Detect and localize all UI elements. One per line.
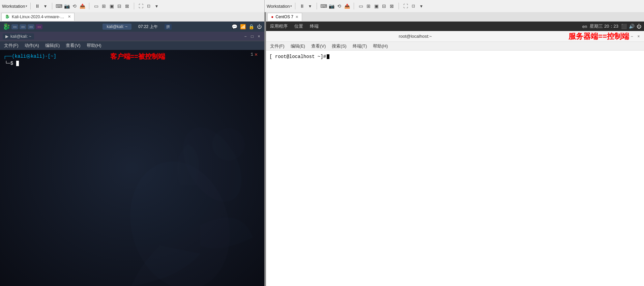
left-snapshot-btn[interactable]: 📷 (63, 2, 70, 10)
centos-lang-indicator[interactable]: en (582, 24, 587, 29)
centos-volume-icon[interactable]: 🔊 (629, 24, 635, 29)
left-view2-btn[interactable]: ⊞ (100, 2, 108, 10)
kali-dragon-icon[interactable]: 🐉 (3, 23, 10, 30)
right-unity-btn[interactable]: ⊡ (410, 2, 417, 10)
kali-tab-close[interactable]: ✕ (68, 15, 71, 19)
toolbar-sep-3 (89, 3, 89, 9)
kali-task-btn2[interactable]: ▭ (20, 24, 26, 29)
kali-bluetooth-icon[interactable]: 📶 (240, 24, 246, 29)
kali-power-icon[interactable]: ⏻ (257, 24, 262, 29)
left-share-btn[interactable]: 📤 (79, 2, 86, 10)
centos-term-title: root@localhost:~ (269, 34, 562, 39)
centos-terminal[interactable]: [ root@localhost ~]# (266, 51, 644, 286)
centos-vm-tab[interactable]: ● CentOS 7 ✕ (267, 13, 302, 21)
kali-annotation-overlay: 客户端==被控制端 (110, 52, 165, 61)
kali-menu-help[interactable]: 帮助(H) (84, 42, 104, 49)
kali-menu-view[interactable]: 查看(V) (63, 42, 83, 49)
left-unity-btn[interactable]: ⊡ (145, 2, 152, 10)
right-pause-btn[interactable]: ⏸ (298, 2, 306, 10)
right-share-btn[interactable]: 📤 (343, 2, 351, 10)
centos-menu-apps[interactable]: 应用程序 (269, 23, 289, 29)
toolbar-sep-1 (30, 3, 31, 9)
centos-menu-search[interactable]: 搜索(S) (329, 42, 349, 50)
kali-annotation-text: 客户端==被控制端 (110, 53, 165, 60)
kali-menu-edit[interactable]: 编辑(E) (42, 42, 62, 49)
left-view4-btn[interactable]: ⊟ (116, 2, 123, 10)
svg-point-1 (171, 117, 254, 212)
svg-point-2 (212, 128, 245, 161)
kali-lock-icon[interactable]: 🔒 (248, 24, 254, 29)
left-view5-btn[interactable]: ⊠ (123, 2, 131, 10)
kali-task-btn3[interactable]: ▭ (28, 24, 34, 29)
centos-menu-file[interactable]: 文件(F) (267, 42, 287, 50)
centos-topbar-left: 应用程序 位置 终端 (269, 23, 320, 29)
centos-tab-close[interactable]: ✕ (295, 15, 298, 19)
centos-network-icon[interactable]: ⬛ (621, 24, 627, 29)
kali-ime-indicator[interactable]: 拼 (165, 24, 172, 30)
kali-term-task[interactable]: kali@kali: ~ (103, 24, 131, 30)
centos-menu-view[interactable]: 查看(V) (309, 42, 328, 50)
counter-close[interactable]: ✕ (255, 51, 258, 58)
right-toolbar-sep-1 (295, 3, 295, 9)
kali-term-max-btn[interactable]: □ (250, 34, 255, 39)
kali-vm-tab[interactable]: 🐉 Kali-Linux-2020.4-vmware-a... ✕ (1, 13, 75, 21)
kali-term-titlebar: ▶ kali@kali: ~ − □ × (0, 32, 264, 41)
centos-annotation-text: 服务器端==控制端 (568, 31, 629, 41)
right-pause-arrow-btn[interactable]: ▾ (306, 2, 314, 10)
right-view5-btn[interactable]: ⊠ (388, 2, 396, 10)
left-pause-arrow-btn[interactable]: ▾ (41, 2, 49, 10)
right-unity-arrow-btn[interactable]: ▾ (417, 2, 425, 10)
left-unity-arrow-btn[interactable]: ▾ (153, 2, 160, 10)
left-workstation-menu[interactable]: Workstation ▾ (2, 4, 27, 9)
right-view3-btn[interactable]: ▣ (373, 2, 380, 10)
kali-term-tab-icon: ▶ (5, 34, 8, 39)
left-revert-btn[interactable]: ⟲ (71, 2, 78, 10)
kali-term-titlebar-controls: − □ × (243, 34, 262, 39)
right-view2-btn[interactable]: ⊞ (365, 2, 372, 10)
centos-topbar-icons: ⬛ 🔊 ⏻ (621, 24, 641, 29)
centos-menu-terminal[interactable]: 终端(T) (350, 42, 370, 50)
centos-menu-edit[interactable]: 编辑(E) (288, 42, 308, 50)
kali-terminal[interactable]: 客户端==被控制端 1 ✕ ┌──(kali㉿kali)-[~] └─$ (0, 50, 264, 286)
centos-topbar-right: en 星期三 20：23 ⬛ 🔊 ⏻ (582, 23, 641, 29)
right-view1-btn[interactable]: ▭ (357, 2, 364, 10)
kali-task-btn1[interactable]: ▭ (11, 24, 18, 29)
kali-tab-icon: 🐉 (5, 15, 10, 19)
kali-term-tab[interactable]: ▶ kali@kali: ~ (3, 33, 34, 39)
kali-menubar: 文件(F) 动作(A) 编辑(E) 查看(V) 帮助(H) (0, 41, 264, 50)
left-fullscreen-btn[interactable]: ⛶ (137, 2, 145, 10)
right-workstation-menu[interactable]: Workstation ▾ (267, 4, 292, 9)
kali-menu-action[interactable]: 动作(A) (22, 42, 42, 49)
kali-prompt-dollar: └─$ (5, 61, 13, 66)
kali-menu-file[interactable]: 文件(F) (1, 42, 21, 49)
kali-topbar-left-icons: 🐉 ▭ ▭ ▭ ▭ (3, 23, 42, 30)
centos-term-close-btn[interactable]: × (636, 34, 641, 39)
kali-bg-watermark (96, 84, 264, 286)
left-workstation-arrow: ▾ (26, 4, 27, 8)
left-send-key-btn[interactable]: ⌨ (55, 2, 63, 10)
centos-term-min-btn[interactable]: − (629, 34, 635, 39)
centos-prompt: [ root@localhost ~]# (269, 54, 641, 59)
left-tb-group3: ⛶ ⊡ ▾ (137, 2, 160, 10)
centos-menu-help[interactable]: 帮助(H) (370, 42, 390, 50)
left-view3-btn[interactable]: ▣ (108, 2, 115, 10)
right-view4-btn[interactable]: ⊟ (380, 2, 388, 10)
kali-task-btn4[interactable]: ▭ (36, 24, 42, 29)
centos-datetime: 星期三 20：23 (590, 23, 618, 29)
left-pause-btn[interactable]: ⏸ (34, 2, 41, 10)
kali-tab-label: Kali-Linux-2020.4-vmware-a... (12, 15, 66, 19)
centos-power-icon[interactable]: ⏻ (637, 24, 641, 29)
centos-menu-places[interactable]: 位置 (293, 23, 304, 29)
right-snapshot-btn[interactable]: 📷 (328, 2, 335, 10)
right-revert-btn[interactable]: ⟲ (335, 2, 343, 10)
centos-menu-terminal[interactable]: 终端 (309, 23, 320, 29)
left-view1-btn[interactable]: ▭ (92, 2, 100, 10)
kali-chat-icon[interactable]: 💬 (232, 24, 237, 29)
toolbar-sep-2 (52, 3, 52, 9)
kali-term-min-btn[interactable]: − (243, 34, 248, 39)
kali-topbar-center: kali@kali: ~ 07:22 上午 拼 (42, 24, 232, 30)
right-workstation-label: Workstation (267, 4, 290, 9)
kali-term-close-btn[interactable]: × (256, 34, 262, 39)
right-send-key-btn[interactable]: ⌨ (320, 2, 327, 10)
right-fullscreen-btn[interactable]: ⛶ (402, 2, 409, 10)
